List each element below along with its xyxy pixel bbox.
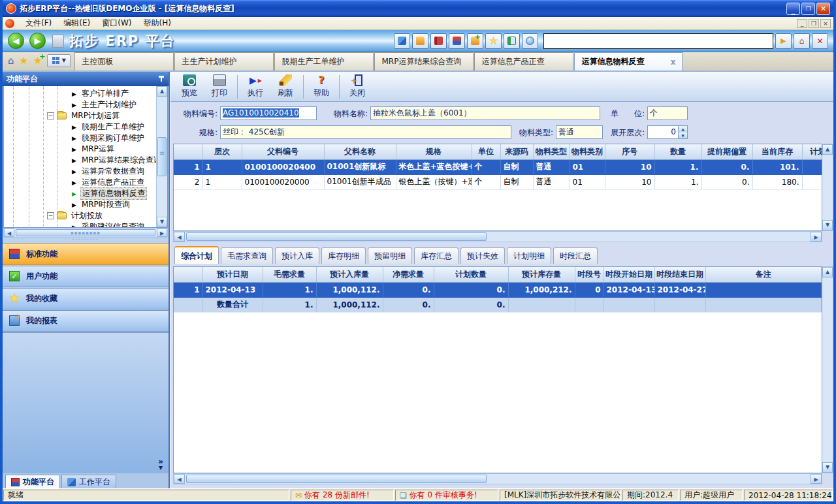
- column-header[interactable]: 时段号: [575, 267, 603, 282]
- workspace-tab[interactable]: 运算信息物料反查x: [574, 52, 683, 71]
- tab-list-button[interactable]: ▼: [47, 54, 71, 67]
- expand-level-stepper[interactable]: 0 ▲ ▼: [647, 125, 688, 139]
- new-folder-button[interactable]: [467, 33, 483, 49]
- scroll-down-icon[interactable]: ▼: [157, 217, 167, 227]
- tree-item[interactable]: ▶MRP时段查询: [4, 199, 156, 210]
- tree-vertical-scrollbar[interactable]: ▲ ▼: [156, 86, 167, 227]
- plan-vertical-scrollbar[interactable]: ▲ ▼: [822, 266, 833, 473]
- tree-item[interactable]: ▶客户订单排产: [4, 88, 156, 99]
- status-mail[interactable]: ✉你有 28 份新邮件!: [291, 490, 394, 501]
- detail-tab[interactable]: 计划明细: [507, 247, 551, 264]
- preview-button[interactable]: 预览: [174, 73, 204, 101]
- tree-horizontal-scrollbar[interactable]: ◀ ▪▪▪▪▪▪▪▪ ▶: [3, 228, 168, 238]
- detail-tab[interactable]: 预计入库: [275, 247, 319, 264]
- menu-item[interactable]: 文件(F): [20, 16, 57, 30]
- scroll-left-icon[interactable]: ◀: [4, 228, 14, 237]
- address-book-button[interactable]: [430, 33, 447, 49]
- contact-card-button[interactable]: [504, 33, 520, 49]
- column-header[interactable]: 计划数量: [434, 267, 508, 282]
- execute-button[interactable]: 执行: [240, 73, 270, 101]
- mdi-restore-button[interactable]: ❐: [809, 19, 819, 28]
- column-header[interactable]: [174, 267, 202, 282]
- column-header[interactable]: 物料类别: [570, 144, 605, 159]
- scroll-left-icon[interactable]: ◀: [174, 474, 185, 484]
- column-header[interactable]: 物料类型: [533, 144, 570, 159]
- open-folder-button[interactable]: [412, 33, 428, 49]
- workspace-tab[interactable]: 主生产计划维护: [174, 52, 274, 71]
- status-audit[interactable]: ❏你有 0 件审核事务!: [395, 490, 498, 501]
- bom-horizontal-scrollbar[interactable]: ◀ ▶: [173, 231, 822, 242]
- scroll-left-icon[interactable]: ◀: [174, 232, 185, 242]
- tree-expand-icon[interactable]: −: [47, 212, 54, 219]
- layout-button[interactable]: [394, 33, 410, 49]
- column-header[interactable]: 来源码: [500, 144, 533, 159]
- tree-item[interactable]: ▶采购建议信息查询: [4, 221, 156, 227]
- plan-horizontal-scrollbar[interactable]: ◀ ▶: [173, 473, 822, 484]
- column-header[interactable]: 时段开始日期: [603, 267, 654, 282]
- table-row[interactable]: 数量合计1.1,000,112.0.0.: [174, 297, 822, 312]
- column-header[interactable]: 提前期偏置: [701, 144, 752, 159]
- tree-item[interactable]: ▶运算信息物料反查: [4, 188, 156, 199]
- add-favorite-icon[interactable]: ★: [33, 55, 42, 67]
- exit-button[interactable]: ✕: [812, 33, 828, 49]
- scroll-right-icon[interactable]: ▶: [157, 228, 167, 237]
- tree-item[interactable]: −MRP计划运算: [4, 110, 156, 121]
- go-button[interactable]: ▶: [775, 33, 792, 49]
- refresh-button[interactable]: 刷新: [270, 73, 300, 101]
- stepper-up-icon[interactable]: ▲: [679, 126, 687, 133]
- tree-item[interactable]: ▶运算异常数据查询: [4, 166, 156, 177]
- detail-tab[interactable]: 库存明细: [321, 247, 366, 264]
- panel-button-2[interactable]: 我的收藏: [3, 288, 169, 309]
- sidebar-bottom-tab[interactable]: 工作平台: [61, 475, 116, 488]
- quick-search-input[interactable]: [543, 33, 773, 49]
- close-button[interactable]: 关闭: [342, 73, 372, 101]
- panel-button-3[interactable]: 我的报表: [3, 310, 169, 332]
- tree-item[interactable]: −计划投放: [4, 210, 156, 221]
- detail-tab[interactable]: 时段汇总: [553, 247, 598, 264]
- mdi-close-button[interactable]: ×: [820, 19, 831, 28]
- workspace-tab[interactable]: 运算信息产品正查: [474, 52, 573, 71]
- column-header[interactable]: 单位: [472, 144, 500, 159]
- tree-item[interactable]: ▶脱期采购订单维护: [4, 133, 156, 144]
- mdi-minimize-button[interactable]: _: [797, 19, 807, 28]
- workspace-tab[interactable]: 主控面板: [74, 52, 174, 71]
- table-row[interactable]: 21010010002000001001创新半成品银色上盖（按键）+透明个自制普…: [174, 174, 822, 189]
- sidebar-bottom-tab[interactable]: 功能平台: [5, 475, 60, 488]
- tree-item[interactable]: ▶运算信息产品正查: [4, 177, 156, 188]
- workspace-tab[interactable]: 脱期生产工单维护: [274, 52, 374, 71]
- tree-item[interactable]: ▶主生产计划维护: [4, 99, 156, 110]
- bom-vertical-scrollbar[interactable]: ▲ ▼: [822, 144, 833, 231]
- tree-item[interactable]: ▶MRP运算结果综合查询: [4, 155, 156, 166]
- detail-tab[interactable]: 综合计划: [174, 246, 219, 264]
- panel-overflow-button[interactable]: »▾: [158, 459, 163, 471]
- bom-hscroll-thumb[interactable]: [186, 232, 487, 241]
- restore-button[interactable]: ❐: [801, 3, 815, 15]
- material-no-input[interactable]: AG1010010020410: [220, 106, 317, 120]
- tree-hscroll-thumb[interactable]: ▪▪▪▪▪▪▪▪: [16, 229, 155, 236]
- column-header[interactable]: 净需求量: [383, 267, 434, 282]
- tree-item[interactable]: ▶MRP运算: [4, 144, 156, 155]
- detail-tab[interactable]: 毛需求查询: [221, 247, 273, 264]
- scroll-down-icon[interactable]: ▼: [822, 220, 833, 230]
- favorites-button[interactable]: [485, 33, 502, 49]
- table-row[interactable]: 11010010002040001001创新鼠标米色上盖+蓝色按键+个自制普通0…: [174, 159, 822, 174]
- help-button[interactable]: 帮助: [306, 73, 336, 101]
- panel-button-0[interactable]: 标准功能: [3, 244, 169, 265]
- forward-button[interactable]: ▶: [29, 33, 46, 49]
- column-header[interactable]: 预计库存量: [508, 267, 575, 282]
- column-header[interactable]: 层次: [202, 144, 242, 159]
- back-button[interactable]: ◀: [8, 33, 24, 49]
- detail-tab[interactable]: 库存汇总: [414, 247, 458, 264]
- column-header[interactable]: 备注: [705, 267, 822, 282]
- minimize-button[interactable]: _: [786, 3, 800, 15]
- column-header[interactable]: 数量: [654, 144, 701, 159]
- sidebar-splitter[interactable]: ·········: [3, 238, 169, 244]
- print-button[interactable]: 打印: [204, 73, 234, 101]
- detail-tab[interactable]: 预计失效: [460, 247, 505, 264]
- plan-hscroll-thumb[interactable]: [186, 475, 487, 483]
- scroll-up-icon[interactable]: ▲: [822, 267, 833, 277]
- column-header[interactable]: [174, 144, 202, 159]
- close-button[interactable]: ✕: [816, 3, 830, 15]
- favorite-icon[interactable]: ★: [20, 55, 28, 67]
- column-header[interactable]: 当前库存: [752, 144, 802, 159]
